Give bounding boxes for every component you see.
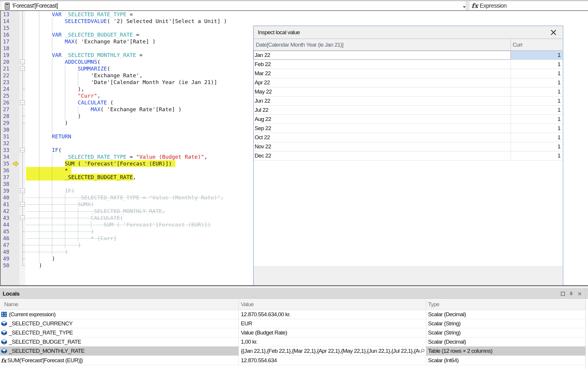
close-icon[interactable]	[547, 28, 560, 37]
date-cell[interactable]: Feb 22	[254, 60, 511, 69]
curr-cell[interactable]: 1	[511, 142, 563, 151]
table-row-jan-22[interactable]: Jan 221	[254, 51, 563, 60]
date-cell[interactable]: Apr 22	[254, 78, 511, 87]
code-line-13[interactable]: VAR _SELECTED_RATE_TYPE =	[26, 11, 133, 18]
table-row-sep-22[interactable]: Sep 221	[254, 124, 563, 133]
locals-value-cell[interactable]: EUR	[239, 319, 426, 328]
locals-type-cell[interactable]: Scalar (Decimal)	[426, 337, 585, 346]
locals-name-cell[interactable]: (Current expression)	[0, 310, 239, 319]
code-line-14[interactable]: SELECTEDVALUE( '2) Selected Unit'[Select…	[26, 18, 227, 24]
locals-value-cell[interactable]: 12.870.554.634,00 kr.	[239, 310, 426, 319]
dialog-table-header[interactable]: Date[Calendar Month Year (ie Jan 21)] Cu…	[254, 39, 563, 51]
fold-collapse-box[interactable]	[20, 60, 25, 64]
date-cell[interactable]: Mar 22	[254, 69, 511, 78]
code-line-22[interactable]: 'Exchange Rate',	[26, 72, 143, 79]
magnifier-icon[interactable]	[420, 348, 425, 354]
locals-value-cell[interactable]: Value (Budget Rate)	[239, 328, 426, 337]
code-line-36[interactable]: *	[26, 167, 68, 174]
locals-row-6[interactable]: fxSUM('Forecast'[Forecast (EUR)])12.870.…	[0, 356, 585, 365]
fold-collapse-box[interactable]	[20, 66, 25, 71]
locals-name-cell[interactable]: _SELECTED_MONTHLY_RATE	[0, 347, 239, 355]
curr-cell[interactable]: 1	[511, 51, 563, 60]
fold-collapse-box[interactable]	[20, 202, 25, 206]
column-header-curr[interactable]: Curr	[513, 39, 560, 50]
date-cell[interactable]: Dec 22	[254, 151, 511, 160]
locals-name-cell[interactable]: fxSUM('Forecast'[Forecast (EUR)])	[0, 356, 239, 365]
code-line-20[interactable]: ADDCOLUMNS(	[26, 58, 101, 65]
locals-row-1[interactable]: (Current expression)12.870.554.634,00 kr…	[0, 310, 585, 319]
code-line-17[interactable]: MAX( 'Exchange Rate'[Rate] )	[26, 38, 156, 45]
locals-value-cell[interactable]: {{Jan 22,1},{Feb 22,1},{Mar 22,1},{Apr 2…	[239, 347, 426, 355]
locals-header-type[interactable]: Type	[428, 299, 439, 310]
locals-type-cell[interactable]: Table (12 rows × 2 columns)	[426, 347, 585, 355]
code-line-49[interactable]: )	[26, 255, 55, 262]
locals-value-cell[interactable]: 12.870.554.634	[239, 356, 426, 365]
column-header-date[interactable]: Date[Calendar Month Year (ie Jan 21)]	[256, 39, 509, 50]
table-row-jun-22[interactable]: Jun 221	[254, 96, 563, 106]
locals-type-cell[interactable]: Scalar (String)	[426, 319, 585, 328]
code-line-35[interactable]: SUM ( 'Forecast'[Forecast (EUR)])	[26, 160, 172, 167]
table-row-jul-22[interactable]: Jul 221	[254, 106, 563, 115]
code-line-19[interactable]: VAR _SELECTED_MONTHLY_RATE =	[26, 52, 143, 58]
locals-name-cell[interactable]: _SELECTED_CURRENCY	[0, 319, 239, 328]
code-line-21[interactable]: SUMMARIZE(	[26, 65, 110, 72]
curr-cell[interactable]: 1	[511, 96, 563, 105]
fold-collapse-box[interactable]	[20, 100, 25, 105]
code-line-25[interactable]: "Curr",	[26, 92, 101, 99]
close-icon[interactable]	[577, 291, 582, 296]
code-line-33[interactable]: IF(	[26, 147, 62, 153]
date-cell[interactable]: Jan 22	[254, 51, 511, 60]
date-cell[interactable]: May 22	[254, 87, 511, 96]
table-row-aug-22[interactable]: Aug 221	[254, 115, 563, 124]
curr-cell[interactable]: 1	[511, 151, 563, 160]
curr-cell[interactable]: 1	[511, 78, 563, 87]
code-line-24[interactable]: ),	[26, 86, 84, 92]
date-cell[interactable]: Jun 22	[254, 96, 511, 105]
code-line-37[interactable]: _SELECTED_BUDGET_RATE,	[26, 174, 136, 181]
table-row-nov-22[interactable]: Nov 221	[254, 142, 563, 151]
code-line-16[interactable]: VAR _SELECTED_BUDGET_RATE =	[26, 31, 140, 38]
measure-selector-combobox[interactable]: 'Forecast'[Forecast]	[2, 1, 466, 10]
locals-row-3[interactable]: _SELECTED_RATE_TYPEValue (Budget Rate)Sc…	[0, 328, 585, 337]
code-line-31[interactable]: RETURN	[26, 133, 71, 140]
curr-cell[interactable]: 1	[511, 124, 563, 133]
code-line-26[interactable]: CALCULATE (	[26, 99, 114, 106]
locals-name-cell[interactable]: _SELECTED_BUDGET_RATE	[0, 337, 239, 346]
locals-title-bar[interactable]: Locals	[0, 289, 588, 299]
locals-name-cell[interactable]: _SELECTED_RATE_TYPE	[0, 328, 239, 337]
table-row-mar-22[interactable]: Mar 221	[254, 69, 563, 78]
date-cell[interactable]: Nov 22	[254, 142, 511, 151]
curr-cell[interactable]: 1	[511, 87, 563, 96]
fold-collapse-box[interactable]	[20, 216, 25, 220]
curr-cell[interactable]: 1	[511, 133, 563, 142]
date-cell[interactable]: Aug 22	[254, 115, 511, 124]
code-line-34[interactable]: _SELECTED_RATE_TYPE = "Value (Budget Rat…	[26, 153, 208, 160]
code-line-50[interactable]: )	[26, 262, 42, 269]
table-row-may-22[interactable]: May 221	[254, 87, 563, 96]
fold-collapse-box[interactable]	[20, 148, 25, 152]
locals-row-2[interactable]: _SELECTED_CURRENCYEURScalar (String)	[0, 319, 585, 328]
curr-cell[interactable]: 1	[511, 69, 563, 78]
code-line-28[interactable]: )	[26, 113, 81, 119]
locals-value-cell[interactable]: 1,00 kr.	[239, 337, 426, 346]
pin-icon[interactable]	[569, 291, 574, 296]
date-cell[interactable]: Oct 22	[254, 133, 511, 142]
curr-cell[interactable]: 1	[511, 60, 563, 69]
locals-header-value[interactable]: Value	[241, 299, 254, 310]
locals-row-4[interactable]: _SELECTED_BUDGET_RATE1,00 kr.Scalar (Dec…	[0, 337, 585, 347]
locals-row-5[interactable]: _SELECTED_MONTHLY_RATE{{Jan 22,1},{Feb 2…	[0, 347, 585, 356]
table-row-apr-22[interactable]: Apr 221	[254, 78, 563, 87]
dialog-title-bar[interactable]: Inspect local value	[254, 26, 563, 39]
locals-type-cell[interactable]: Scalar (Decimal)	[426, 310, 585, 319]
code-line-23[interactable]: 'Date'[Calendar Month Year (ie Jan 21)]	[26, 79, 217, 86]
locals-column-headers[interactable]: Name Value Type	[0, 299, 585, 310]
table-row-feb-22[interactable]: Feb 221	[254, 60, 563, 69]
locals-header-name[interactable]: Name	[4, 299, 18, 310]
curr-cell[interactable]: 1	[511, 106, 563, 114]
date-cell[interactable]: Jul 22	[254, 106, 511, 114]
maximize-icon[interactable]	[561, 291, 565, 296]
fold-collapse-box[interactable]	[20, 188, 25, 193]
value-table[interactable]: Jan 221Feb 221Mar 221Apr 221May 221Jun 2…	[254, 51, 563, 266]
table-row-oct-22[interactable]: Oct 221	[254, 133, 563, 142]
table-row-dec-22[interactable]: Dec 221	[254, 151, 563, 160]
